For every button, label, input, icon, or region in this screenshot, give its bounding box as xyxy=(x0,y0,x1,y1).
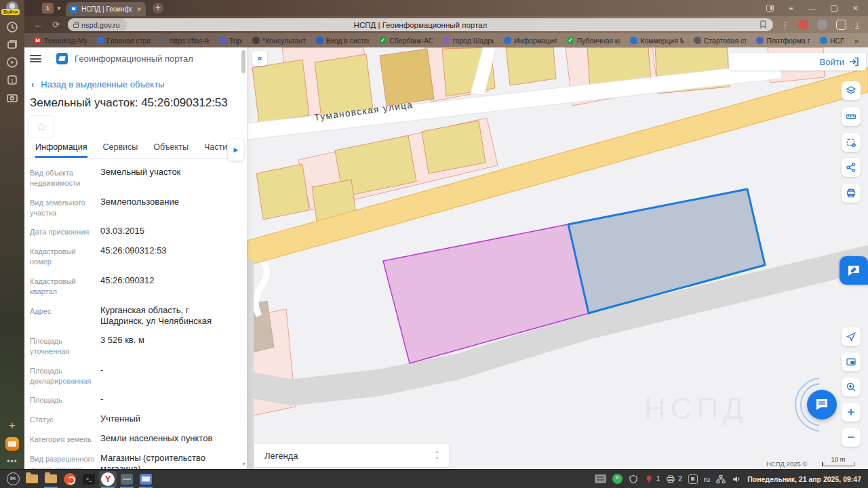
chat-button[interactable] xyxy=(807,390,837,420)
tab-services[interactable]: Сервисы xyxy=(103,142,138,158)
taskbar-mail-app[interactable] xyxy=(137,471,155,487)
sidebar-login-badge[interactable]: Войти xyxy=(1,9,20,15)
attr-value: - xyxy=(100,394,103,405)
bookmark-item[interactable]: MТехноКад-Муниц xyxy=(34,37,87,45)
minimap-button[interactable] xyxy=(842,352,861,371)
select-area-button[interactable] xyxy=(842,133,861,152)
bookmark-item[interactable]: город Шадринск xyxy=(443,37,494,45)
keyboard-indicator-icon[interactable] xyxy=(595,474,606,483)
bookmark-item[interactable]: НСПД xyxy=(820,37,844,45)
taskbar-terminal[interactable]: >_ xyxy=(80,471,98,487)
bookmark-item[interactable]: https://fias-lk.nal xyxy=(160,37,210,45)
new-tab-button[interactable]: + xyxy=(153,3,163,14)
taskbar-clock[interactable]: Понедельник, 21 апр 2025, 09:47 xyxy=(747,475,861,483)
app-indicator-icon[interactable] xyxy=(688,474,698,484)
attr-label: Категория земель xyxy=(30,433,98,445)
bookmark-item[interactable]: Вход в систему :: xyxy=(316,37,370,45)
share-icon xyxy=(846,162,856,173)
maximize-icon[interactable] xyxy=(831,5,837,12)
bookmark-item[interactable]: Стартовая стран xyxy=(694,37,747,45)
taskbar-files-button[interactable] xyxy=(23,471,41,487)
video-icon[interactable] xyxy=(5,56,19,69)
taskbar-orange-app[interactable] xyxy=(61,471,79,487)
printer-icon[interactable] xyxy=(666,474,675,484)
portal-title: Геоинформационный портал xyxy=(75,54,193,64)
tab-objects[interactable]: Объекты xyxy=(153,142,189,158)
taskbar-yandex-browser[interactable]: Y xyxy=(99,471,117,487)
minimize-icon[interactable]: — xyxy=(808,5,816,12)
sync-app-icon[interactable] xyxy=(612,474,623,484)
history-icon[interactable] xyxy=(5,20,19,34)
reload-icon[interactable]: ⟳ xyxy=(52,20,60,30)
back-icon[interactable]: ← xyxy=(34,20,43,30)
bookmark-item[interactable]: Платформа госуд xyxy=(756,37,810,45)
bookmark-item[interactable]: Коммерция МО.х xyxy=(630,37,684,45)
legend-bar[interactable]: Легенда ⌃⌄ xyxy=(254,444,449,467)
geolocate-button[interactable] xyxy=(842,327,861,346)
tabs-pager-button[interactable]: ▶ xyxy=(228,139,244,161)
bookmark-item[interactable]: Главная страниц xyxy=(97,37,150,45)
browser-menu-icon[interactable]: ≡ xyxy=(789,5,793,12)
bookmark-item[interactable]: Торги xyxy=(219,37,242,45)
bookmarks-overflow-icon[interactable]: » xyxy=(854,37,861,45)
address-bar[interactable]: nspd.gov.ru НСПД | Геоинформационный пор… xyxy=(68,18,773,31)
volume-icon[interactable] xyxy=(732,474,741,484)
yandex-mail-icon[interactable] xyxy=(5,437,19,451)
bookmark-label: https://fias-lk.nal xyxy=(170,37,210,45)
bookmark-item[interactable]: ✓Публичная кадас xyxy=(567,37,620,45)
scrollbar-down-icon[interactable]: ▼ xyxy=(241,462,246,466)
tab-information[interactable]: Информация xyxy=(35,142,87,158)
extension-red-icon[interactable] xyxy=(798,20,808,30)
screenshot-icon[interactable] xyxy=(5,91,19,104)
panel-collapse-button[interactable]: « xyxy=(252,51,267,66)
start-menu-button[interactable]: lm xyxy=(4,471,22,487)
collections-icon[interactable] xyxy=(5,38,19,52)
system-tray: 1 2 ru Понедельник, 21 апр 2025, 09:47 xyxy=(595,474,868,484)
panel-header: Геоинформационный портал xyxy=(30,53,193,64)
favorite-star-button[interactable]: ☆ xyxy=(28,115,54,138)
bookmark-flag-icon[interactable] xyxy=(760,20,766,28)
taskbar-folder-window[interactable] xyxy=(42,471,60,487)
more-actions-icon[interactable]: ⋮ xyxy=(781,20,789,30)
login-label: Войти xyxy=(820,57,844,67)
zoom-in-button[interactable] xyxy=(842,403,861,422)
bookmark-item[interactable]: *КонсультантПлю xyxy=(252,37,306,45)
menu-icon[interactable] xyxy=(30,54,41,63)
layers-button[interactable] xyxy=(842,81,861,100)
extension-outline-icon[interactable] xyxy=(836,20,846,30)
zoom-out-button[interactable] xyxy=(842,428,861,447)
search-area-button[interactable] xyxy=(842,378,861,396)
tab-panels-icon[interactable] xyxy=(766,5,774,12)
map-canvas[interactable]: Тумановская улица НСПД « Войти xyxy=(247,47,868,469)
back-to-selection-link[interactable]: ‹ Назад в выделенные объекты xyxy=(31,79,164,89)
bookmark-item[interactable]: ✓Сбербанк-АСТ - З xyxy=(379,37,433,45)
share-button[interactable] xyxy=(842,158,861,177)
sidebar-more-icon[interactable]: ••• xyxy=(5,455,19,469)
browser-tab[interactable]: НСПД | Геоинформаци ✕ xyxy=(66,2,146,16)
bookmark-favicon: ✓ xyxy=(567,37,574,44)
taskbar-gray-app[interactable] xyxy=(118,471,136,487)
print-button[interactable] xyxy=(842,184,861,203)
tab-group-chevron-icon[interactable]: ▼ xyxy=(56,5,62,12)
shield-icon[interactable] xyxy=(629,474,638,484)
tab-counter-icon[interactable]: 1 xyxy=(5,73,19,87)
network-icon[interactable] xyxy=(716,474,726,484)
ruler-icon xyxy=(846,111,856,122)
legend-expand-icon[interactable]: ⌃⌄ xyxy=(435,452,439,459)
pin-notification-icon[interactable] xyxy=(644,474,654,484)
tab-close-icon[interactable]: ✕ xyxy=(136,6,142,13)
tab-group-chip[interactable]: 1 xyxy=(42,3,54,14)
keyboard-layout[interactable]: ru xyxy=(704,475,710,483)
sidebar-add-icon[interactable]: + xyxy=(5,419,19,432)
extension-gray-icon[interactable] xyxy=(817,20,827,30)
panel-scrollbar[interactable]: ▼ xyxy=(241,49,245,466)
portal-logo-icon xyxy=(56,53,68,64)
scrollbar-thumb[interactable] xyxy=(241,50,245,73)
close-window-icon[interactable]: ✕ xyxy=(852,5,859,12)
feedback-widget-button[interactable] xyxy=(840,256,868,285)
downloads-icon[interactable]: ↓ xyxy=(855,21,859,29)
measure-button[interactable] xyxy=(842,107,861,126)
login-bar[interactable]: Войти xyxy=(729,53,866,70)
bookmark-favicon: M xyxy=(34,37,41,44)
bookmark-item[interactable]: Информация о р xyxy=(504,37,557,45)
